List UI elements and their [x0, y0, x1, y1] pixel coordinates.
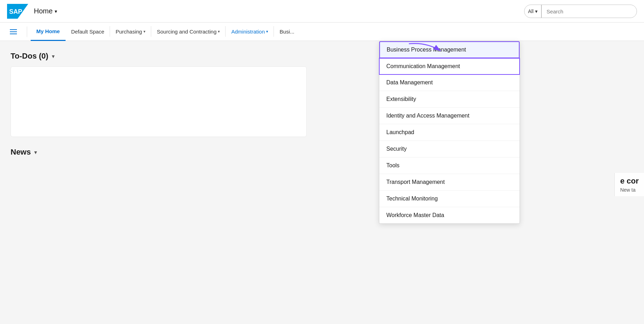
- default-space-label: Default Space: [71, 29, 104, 35]
- sourcing-chevron-icon: ▾: [218, 29, 220, 34]
- home-chevron-icon: ▾: [55, 8, 57, 14]
- dropdown-item-1[interactable]: Communication Management: [379, 58, 520, 75]
- main-content: To-Dos (0) ▾ News ▾: [0, 41, 317, 167]
- nav-item-purchasing[interactable]: Purchasing ▾: [110, 23, 151, 41]
- nav-left-divider: [27, 26, 27, 37]
- nav-item-sourcing-contracting[interactable]: Sourcing and Contracting ▾: [151, 23, 226, 41]
- purchasing-chevron-icon: ▾: [143, 29, 146, 34]
- top-header: SAP Home ▾ All ▾: [0, 0, 644, 23]
- search-all-label: All: [528, 8, 534, 14]
- sap-logo[interactable]: SAP: [7, 4, 28, 19]
- hamburger-line-2: [10, 31, 17, 32]
- administration-dropdown: Business Process ManagementCommunication…: [379, 41, 520, 167]
- search-all-button[interactable]: All ▾: [525, 5, 541, 18]
- todos-section-header: To-Dos (0) ▾: [11, 52, 307, 61]
- hamburger-menu-button[interactable]: [7, 26, 20, 37]
- nav-item-administration[interactable]: Administration ▾: [226, 23, 274, 41]
- todos-content-box: [11, 66, 307, 137]
- purchasing-label: Purchasing: [116, 29, 142, 35]
- dropdown-item-2[interactable]: Data Management: [379, 74, 520, 91]
- news-section-header: News ▾: [11, 148, 307, 157]
- svg-text:SAP: SAP: [9, 8, 22, 15]
- nav-bar: My Home Default Space Purchasing ▾ Sourc…: [0, 23, 644, 41]
- dropdown-item-6[interactable]: Security: [379, 141, 520, 157]
- news-chevron-icon[interactable]: ▾: [34, 149, 37, 156]
- administration-label: Administration: [231, 29, 265, 35]
- home-dropdown[interactable]: Home ▾: [34, 7, 57, 15]
- dropdown-item-3[interactable]: Extensibility: [379, 91, 520, 108]
- administration-chevron-icon: ▾: [266, 29, 268, 34]
- home-label: Home: [34, 7, 53, 15]
- nav-item-busi[interactable]: Busi...: [274, 23, 300, 41]
- todos-chevron-icon[interactable]: ▾: [52, 53, 55, 60]
- todos-title: To-Dos (0): [11, 52, 48, 61]
- dropdown-item-4[interactable]: Identity and Access Management: [379, 108, 520, 124]
- hamburger-line-1: [10, 29, 17, 30]
- hamburger-line-3: [10, 34, 17, 34]
- search-input[interactable]: [542, 8, 619, 14]
- dropdown-item-7[interactable]: Tools: [379, 157, 520, 167]
- search-container: All ▾: [524, 5, 637, 18]
- dropdown-item-0[interactable]: Business Process Management: [379, 41, 520, 58]
- news-title: News: [11, 148, 31, 157]
- dropdown-item-5[interactable]: Launchpad: [379, 124, 520, 141]
- sourcing-contracting-label: Sourcing and Contracting: [157, 29, 216, 35]
- search-area: All ▾: [524, 0, 644, 23]
- nav-item-my-home[interactable]: My Home: [31, 23, 66, 41]
- nav-item-default-space[interactable]: Default Space: [66, 23, 110, 41]
- search-all-chevron-icon: ▾: [535, 8, 538, 14]
- my-home-label: My Home: [36, 28, 60, 34]
- busi-label: Busi...: [280, 29, 294, 35]
